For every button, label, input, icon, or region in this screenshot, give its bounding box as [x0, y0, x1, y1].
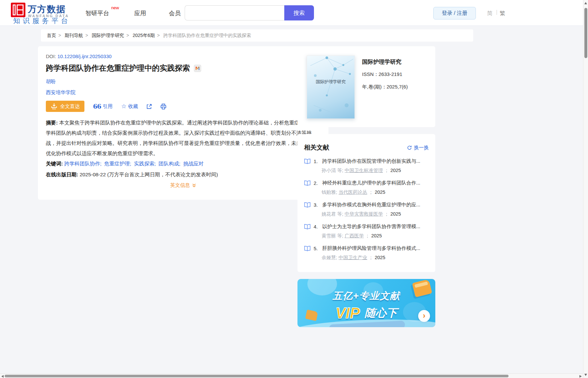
abstract-paragraph: 摘要: 本文聚焦于跨学科团队协作在危重症护理中的实践探索。通过阐述跨学科团队协作… [46, 118, 321, 158]
book-icon [304, 246, 311, 251]
publish-date-note: (万方平台首次上网日期，不代表论文的发表时间) [107, 172, 218, 177]
related-list-item: 5. 肝胆胰外科护理风险管理与多学科协作模式... 余娅慧; 中国卫生产业 ； … [304, 245, 429, 261]
journal-name-link[interactable]: 国际护理学研究 [362, 58, 401, 66]
scroll-right-arrow[interactable] [579, 375, 582, 378]
publish-date-value: 2025-08-22 [79, 172, 106, 177]
abstract-label: 摘要: [46, 120, 58, 125]
journal-cover[interactable]: 国际护理学研究 [307, 55, 355, 119]
related-item-year: 2025 [375, 189, 385, 195]
page-background: 首页> 期刊导航> 国际护理学研究> 2025年6期> 跨学科团队协作在危重症护… [0, 26, 583, 373]
keyword-link[interactable]: 危重症护理 [104, 161, 130, 166]
fulltext-button[interactable]: free 全文直达 [46, 101, 84, 112]
star-icon: ☆ [121, 104, 126, 109]
volume-value: 2025,7(6) [387, 84, 408, 89]
book-icon [304, 158, 311, 164]
related-list-item: 2. 神经外科重症患儿护理中的多学科团队合作... 钱贻雅; 当代医药论丛 ； … [304, 180, 429, 195]
related-item-title[interactable]: 跨学科团队协作在医院管理中的创新实践与... [322, 158, 429, 164]
search-button[interactable]: 搜索 [284, 5, 314, 20]
journal-info-card: 国际护理学研究 国际护理学研究 ISSN：2633-2191 年,卷(期)：20… [297, 46, 435, 127]
breadcrumb-item: 首页> [47, 33, 63, 38]
article-actions: free 全文直达 66 引用 ☆ 收藏 [46, 100, 321, 112]
breadcrumb: 首页> 期刊导航> 国际护理学研究> 2025年6期> 跨学科团队协作在危重症护… [41, 29, 473, 42]
doi-link[interactable]: 10.12208/j.ijnr.20250330 [57, 53, 111, 59]
brand-tagline: 知识服务平台 [13, 16, 71, 25]
banner-headline: 五亿+专业文献 [297, 290, 435, 303]
nav-item-zhiyan[interactable]: 智研平台 new [85, 9, 109, 17]
medical-badge: M [194, 65, 201, 72]
vertical-scrollbar-thumb[interactable] [584, 8, 587, 58]
scroll-left-arrow[interactable] [1, 375, 4, 378]
keyword-link[interactable]: 跨学科团队协作 [64, 161, 100, 166]
scroll-down-arrow[interactable] [584, 374, 587, 376]
nav-item-apps[interactable]: 应用 [134, 9, 146, 17]
book-icon [304, 224, 311, 229]
lang-simplified-toggle[interactable]: 简 [487, 10, 493, 17]
horizontal-scrollbar-thumb[interactable] [5, 375, 509, 377]
breadcrumb-item: 跨学科团队协作在危重症护理中的实践探索 [163, 33, 256, 38]
abstract-text: 本文聚焦于跨学科团队协作在危重症护理中的实践探索。通过阐述跨学科团队协作的理论基… [46, 120, 320, 156]
chevron-double-down-icon [192, 183, 196, 188]
related-list-item: 3. 多学科协作模式在胸外科危重症护理中的应... 姚花君 等; 中华灾害救援医… [304, 202, 429, 217]
banner-tail: 随心下 [365, 307, 397, 319]
related-item-journal[interactable]: 中国卫生标准管理 [345, 168, 383, 173]
search-bar: 搜索 [185, 5, 314, 20]
affiliation-link[interactable]: 西安培华学院 [46, 89, 76, 96]
related-item-title[interactable]: 肝胆胰外科护理风险管理与多学科协作模式... [322, 245, 429, 252]
share-icon [146, 103, 152, 110]
publish-date-row: 在线出版日期: 2025-08-22 (万方平台首次上网日期，不代表论文的发表时… [46, 171, 321, 178]
vip-promo-banner[interactable]: 五亿+专业文献 VIP 随心下 › [297, 279, 435, 327]
scroll-up-arrow[interactable] [584, 2, 587, 4]
publish-date-label: 在线出版日期: [46, 172, 78, 177]
article-title-row: 跨学科团队协作在危重症护理中的实践探索 M [46, 63, 321, 73]
breadcrumb-item: 2025年6期> [133, 33, 162, 38]
keyword-link[interactable]: 挑战应对 [183, 161, 203, 166]
related-literature-card: 相关文献 换一换 1. 跨学科团 [297, 134, 435, 272]
share-button[interactable] [146, 103, 152, 110]
keyword-link[interactable]: 团队构成 [159, 161, 179, 166]
related-item-title[interactable]: 以护士为主导的多学科团队协作营养管理模... [322, 223, 429, 230]
english-info-row: 英文信息 [46, 182, 321, 189]
related-list: 1. 跨学科团队协作在医院管理中的创新实践与... 孙小清 等; 中国卫生标准管… [304, 158, 429, 261]
doi-label: DOI: [46, 53, 56, 59]
keyword-link[interactable]: 实践探索 [134, 161, 154, 166]
lang-traditional-toggle[interactable]: 繁 [500, 10, 505, 17]
issn-label: ISSN： [362, 71, 379, 77]
lang-divider: | [496, 9, 497, 16]
breadcrumb-item: 国际护理学研究> [92, 33, 131, 38]
brand-name[interactable]: 万方数据 [28, 3, 66, 15]
related-item-journal[interactable]: 当代医药论丛 [339, 189, 367, 195]
quote-icon: 66 [93, 104, 101, 109]
doi-row: DOI: 10.12208/j.ijnr.20250330 [46, 53, 321, 59]
related-item-authors: 余娅慧; [322, 255, 337, 260]
issn-value: 2633-2191 [379, 71, 402, 77]
cite-button[interactable]: 66 引用 [93, 103, 112, 110]
favorite-button[interactable]: ☆ 收藏 [121, 103, 138, 110]
download-icon: free [50, 103, 58, 110]
related-item-year: 2025 [371, 233, 382, 238]
related-item-authors: 孙小清 等; [322, 168, 343, 173]
refresh-related-button[interactable]: 换一换 [407, 145, 429, 151]
related-item-title[interactable]: 多学科协作模式在胸外科危重症护理中的应... [322, 202, 429, 208]
related-item-year: 2025 [375, 255, 385, 260]
journal-cover-art [307, 56, 355, 119]
english-info-expander[interactable]: 英文信息 [170, 182, 196, 189]
journal-issn-row: ISSN：2633-2191 [362, 71, 402, 78]
print-button[interactable] [160, 103, 167, 110]
printer-icon [160, 103, 167, 110]
vip-label: VIP [335, 304, 360, 322]
related-item-journal[interactable]: 中国卫生产业 [339, 255, 367, 260]
book-icon [304, 180, 311, 186]
author-link[interactable]: 胡盼 [46, 79, 56, 85]
nav-item-member[interactable]: 会员 [169, 9, 181, 17]
login-register-button[interactable]: 登录 / 注册 [433, 7, 476, 19]
vertical-scrollbar[interactable] [583, 0, 588, 378]
related-item-title[interactable]: 神经外科重症患儿护理中的多学科团队合作... [322, 180, 429, 186]
banner-vip-line: VIP 随心下 [297, 304, 435, 322]
related-item-journal[interactable]: 中华灾害救援医学 [345, 211, 383, 217]
search-input[interactable] [185, 5, 284, 20]
related-item-authors: 姚花君 等; [322, 211, 343, 217]
related-item-journal[interactable]: 广西医学 [345, 233, 364, 238]
book-icon [304, 202, 311, 208]
horizontal-scrollbar[interactable] [0, 373, 583, 378]
arrow-right-icon[interactable]: › [418, 310, 430, 322]
